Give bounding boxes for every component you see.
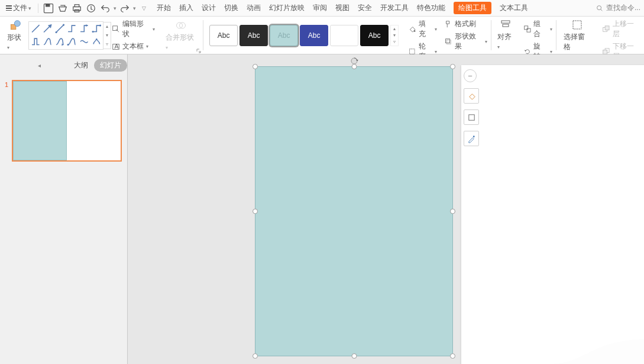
print-preview-icon[interactable] xyxy=(57,2,69,14)
svg-rect-26 xyxy=(446,39,450,43)
tab-special[interactable]: 特色功能 xyxy=(417,3,445,13)
svg-point-41 xyxy=(473,136,474,137)
print-icon[interactable] xyxy=(71,2,83,14)
slide-thumb-1[interactable]: 1 xyxy=(2,80,125,162)
style-swatch[interactable]: Abc xyxy=(330,25,358,46)
tab-transition[interactable]: 切换 xyxy=(224,3,238,13)
align-button[interactable]: 对齐▾ xyxy=(495,19,516,50)
command-search[interactable]: 查找命令... xyxy=(596,3,640,13)
group-button[interactable]: 组合 ▾ xyxy=(523,19,552,39)
floating-tools: − xyxy=(464,69,479,146)
tab-slideshow[interactable]: 幻灯片放映 xyxy=(269,3,305,13)
shapes-gallery[interactable]: ▴▾▿ xyxy=(28,21,104,50)
ribbon-group-fill: 填充 ▾ 轮廓 ▾ xyxy=(404,17,441,54)
bring-forward-label: 上移一层 xyxy=(613,19,640,39)
textbox-label: 文本框 xyxy=(122,41,144,51)
tab-dev[interactable]: 开发工具 xyxy=(380,3,409,13)
undo-dropdown[interactable]: ▾ xyxy=(114,5,116,11)
svg-rect-35 xyxy=(605,26,609,30)
shape-label: 形状 xyxy=(7,33,21,41)
selection-pane-button[interactable]: 选择窗格 xyxy=(560,19,595,52)
eyedropper-button[interactable] xyxy=(464,131,479,146)
svg-rect-40 xyxy=(468,114,474,120)
separator xyxy=(38,4,38,13)
resize-handle-nw[interactable] xyxy=(253,64,258,69)
collapse-panel[interactable]: ◂ xyxy=(35,62,43,69)
edit-shape-button[interactable]: 编辑形状 ▾ xyxy=(112,19,155,39)
shape-effects-button[interactable]: 形状效果 ▾ xyxy=(444,31,487,51)
resize-handle-ne[interactable] xyxy=(450,64,455,69)
align-label: 对齐 xyxy=(497,33,512,41)
group-launcher[interactable] xyxy=(196,47,202,53)
insert-shape-button[interactable]: 形状▾ xyxy=(4,20,27,51)
svg-rect-1 xyxy=(46,4,50,7)
group-label: 组合 xyxy=(533,19,548,39)
resize-handle-s[interactable] xyxy=(351,353,357,359)
style-swatch[interactable]: Abc xyxy=(209,25,238,46)
tab-insert[interactable]: 插入 xyxy=(179,3,193,13)
ribbon: 形状▾ ▴▾▿ 编辑形状 ▾ A 文本框 ▾ xyxy=(0,17,644,54)
style-swatch[interactable]: Abc xyxy=(300,25,328,46)
resize-handle-se[interactable] xyxy=(450,353,455,359)
tab-review[interactable]: 审阅 xyxy=(313,3,327,13)
svg-point-6 xyxy=(597,5,601,9)
merge-shapes-button: 合并形状▾ xyxy=(162,20,199,51)
style-swatch[interactable]: Abc xyxy=(360,25,389,46)
decorative-curve xyxy=(549,334,644,364)
bring-forward-button[interactable]: 上移一层 xyxy=(602,19,640,39)
fill-tool-button[interactable] xyxy=(464,88,479,104)
save-icon[interactable] xyxy=(43,2,54,14)
style-swatch[interactable]: Abc xyxy=(270,25,298,46)
slide-page xyxy=(461,65,644,364)
tab-security[interactable]: 安全 xyxy=(358,3,372,13)
redo-icon[interactable] xyxy=(119,2,131,14)
textbox-button[interactable]: A 文本框 ▾ xyxy=(112,41,155,51)
side-tabs: ◂ 大纲 幻灯片 xyxy=(0,54,127,76)
svg-text:A: A xyxy=(115,43,119,50)
quick-print-icon[interactable] xyxy=(85,2,97,14)
slide-index: 1 xyxy=(2,80,8,88)
ribbon-group-select: 选择窗格 xyxy=(556,17,598,54)
tab-animation[interactable]: 动画 xyxy=(247,3,261,13)
outline-tool-button[interactable] xyxy=(464,109,479,125)
ribbon-group-edit: 编辑形状 ▾ A 文本框 ▾ xyxy=(108,17,158,54)
svg-rect-27 xyxy=(447,40,451,44)
shapes-icon xyxy=(9,20,21,31)
ribbon-group-merge: 合并形状▾ xyxy=(158,17,203,54)
title-bar: 文件 ▾ ▾ ▾ ▽ 开始 插入 设计 切换 动画 幻灯片放映 审阅 视图 安全… xyxy=(0,0,644,17)
effects-label: 形状效果 xyxy=(455,31,483,51)
svg-line-9 xyxy=(32,25,39,32)
menu-tabs: 开始 插入 设计 切换 动画 幻灯片放映 审阅 视图 安全 开发工具 特色功能 … xyxy=(157,2,528,14)
zoom-out-button[interactable]: − xyxy=(464,69,477,82)
bring-forward-icon xyxy=(602,25,610,33)
selection-pane-icon xyxy=(571,19,583,31)
qat-overflow[interactable]: ▽ xyxy=(142,5,146,11)
slide-thumb-tab[interactable]: 幻灯片 xyxy=(94,59,127,72)
ribbon-group-order: 上移一层 下移一层 xyxy=(598,17,644,54)
resize-handle-n[interactable] xyxy=(351,64,357,69)
tab-view[interactable]: 视图 xyxy=(335,3,349,13)
tab-drawing-tools[interactable]: 绘图工具 xyxy=(454,2,491,14)
style-gallery-scroll[interactable]: ▴▾▿ xyxy=(390,25,399,46)
tab-text-tools[interactable]: 文本工具 xyxy=(500,3,528,13)
resize-handle-sw[interactable] xyxy=(253,353,258,359)
style-swatch[interactable]: Abc xyxy=(240,25,268,46)
file-menu[interactable]: 文件 ▾ xyxy=(4,2,34,14)
resize-handle-w[interactable] xyxy=(253,209,258,214)
svg-rect-29 xyxy=(503,24,509,27)
resize-handle-e[interactable] xyxy=(450,209,455,214)
slide-canvas[interactable]: − xyxy=(128,54,644,364)
tab-start[interactable]: 开始 xyxy=(157,3,171,13)
ribbon-group-arrange2: 组合 ▾ 旋转 ▾ xyxy=(520,17,556,54)
selection-pane-label: 选择窗格 xyxy=(564,32,591,52)
redo-dropdown[interactable]: ▾ xyxy=(133,5,136,11)
shape-style-gallery[interactable]: AbcAbcAbcAbcAbcAbc▴▾▿ xyxy=(207,25,401,46)
ribbon-group-styles: AbcAbcAbcAbcAbcAbc▴▾▿ xyxy=(203,17,404,54)
fill-button[interactable]: 填充 ▾ xyxy=(408,19,437,39)
undo-icon[interactable] xyxy=(99,2,111,14)
gallery-scroll[interactable]: ▴▾▿ xyxy=(103,22,111,49)
outline-tab[interactable]: 大纲 xyxy=(74,60,88,70)
format-painter-button[interactable]: 格式刷 xyxy=(444,19,487,29)
tab-design[interactable]: 设计 xyxy=(202,3,216,13)
selected-rectangle-shape[interactable] xyxy=(255,66,453,356)
